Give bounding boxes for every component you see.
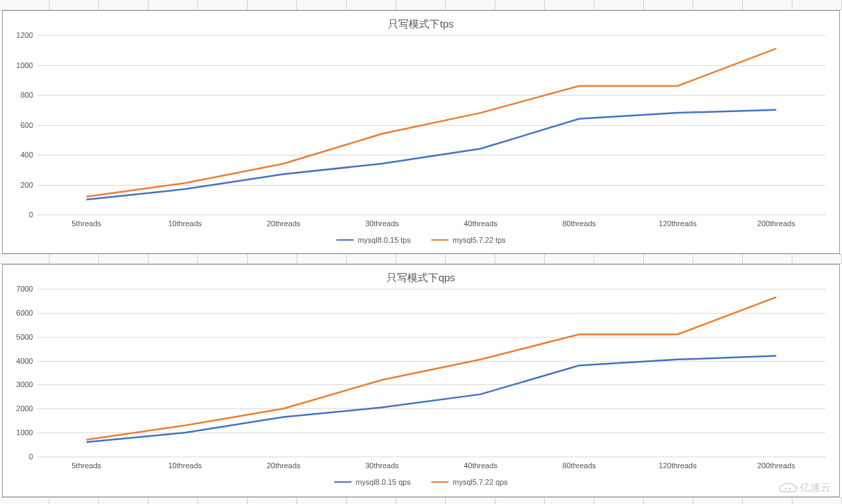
x-tick-label: 200threads bbox=[727, 461, 825, 470]
x-tick-label: 20threads bbox=[235, 461, 333, 470]
y-tick-label: 200 bbox=[11, 181, 33, 189]
legend: mysql8.0.15 tpsmysql5.7.22 tps bbox=[11, 236, 831, 244]
y-tick-label: 1000 bbox=[11, 61, 33, 69]
legend-swatch bbox=[431, 239, 449, 241]
legend-swatch bbox=[431, 481, 449, 483]
legend-item: mysql8.0.15 qps bbox=[334, 478, 411, 486]
legend-swatch bbox=[336, 239, 354, 241]
x-tick-label: 10threads bbox=[136, 219, 234, 228]
chart-title: 只写模式下qps bbox=[11, 272, 831, 285]
spreadsheet-row-middle bbox=[0, 254, 842, 264]
series-line bbox=[87, 297, 777, 439]
x-tick-label: 30threads bbox=[333, 461, 431, 470]
x-tick-label: 80threads bbox=[530, 219, 628, 228]
spreadsheet-row-bottom bbox=[0, 497, 842, 504]
y-tick-label: 800 bbox=[11, 91, 33, 99]
y-tick-label: 3000 bbox=[11, 380, 33, 388]
legend-item: mysql8.0.15 tps bbox=[336, 236, 411, 244]
x-tick-label: 5threads bbox=[37, 219, 136, 228]
x-tick-label: 20threads bbox=[235, 219, 333, 228]
x-axis: 5threads10threads20threads30threads40thr… bbox=[37, 461, 825, 470]
legend: mysql8.0.15 qpsmysql5.7.22 qps bbox=[11, 478, 831, 486]
x-tick-label: 120threads bbox=[629, 461, 727, 470]
legend-item: mysql5.7.22 tps bbox=[431, 236, 506, 244]
y-tick-label: 6000 bbox=[11, 309, 33, 317]
spreadsheet-row-top bbox=[0, 0, 842, 10]
legend-label: mysql5.7.22 qps bbox=[453, 478, 508, 486]
qps-chart: 只写模式下qps010002000300040005000600070005th… bbox=[2, 264, 840, 497]
y-tick-label: 4000 bbox=[11, 357, 33, 365]
x-tick-label: 200threads bbox=[727, 219, 825, 228]
legend-label: mysql8.0.15 tps bbox=[358, 236, 411, 244]
x-tick-label: 80threads bbox=[530, 461, 628, 470]
y-tick-label: 2000 bbox=[11, 404, 33, 413]
x-tick-label: 40threads bbox=[431, 219, 530, 228]
series-line bbox=[87, 49, 777, 197]
y-tick-label: 5000 bbox=[11, 333, 33, 341]
plot-area: 020040060080010001200 bbox=[37, 35, 825, 215]
legend-item: mysql5.7.22 qps bbox=[431, 478, 508, 486]
y-tick-label: 1200 bbox=[11, 31, 33, 39]
legend-swatch bbox=[334, 481, 352, 483]
legend-label: mysql5.7.22 tps bbox=[453, 236, 506, 244]
x-tick-label: 120threads bbox=[629, 219, 727, 228]
y-tick-label: 400 bbox=[11, 151, 33, 159]
x-tick-label: 30threads bbox=[333, 219, 431, 228]
tps-chart: 只写模式下tps0200400600800100012005threads10t… bbox=[2, 10, 840, 254]
y-tick-label: 0 bbox=[11, 452, 33, 461]
chart-title: 只写模式下tps bbox=[11, 18, 831, 31]
legend-label: mysql8.0.15 qps bbox=[356, 478, 411, 486]
x-tick-label: 40threads bbox=[431, 461, 530, 470]
y-tick-label: 0 bbox=[11, 210, 33, 219]
y-tick-label: 7000 bbox=[11, 285, 33, 293]
x-tick-label: 10threads bbox=[136, 461, 234, 470]
x-axis: 5threads10threads20threads30threads40thr… bbox=[37, 219, 825, 228]
plot-area: 01000200030004000500060007000 bbox=[37, 289, 825, 457]
y-tick-label: 600 bbox=[11, 121, 33, 129]
x-tick-label: 5threads bbox=[37, 461, 136, 470]
y-tick-label: 1000 bbox=[11, 428, 33, 437]
